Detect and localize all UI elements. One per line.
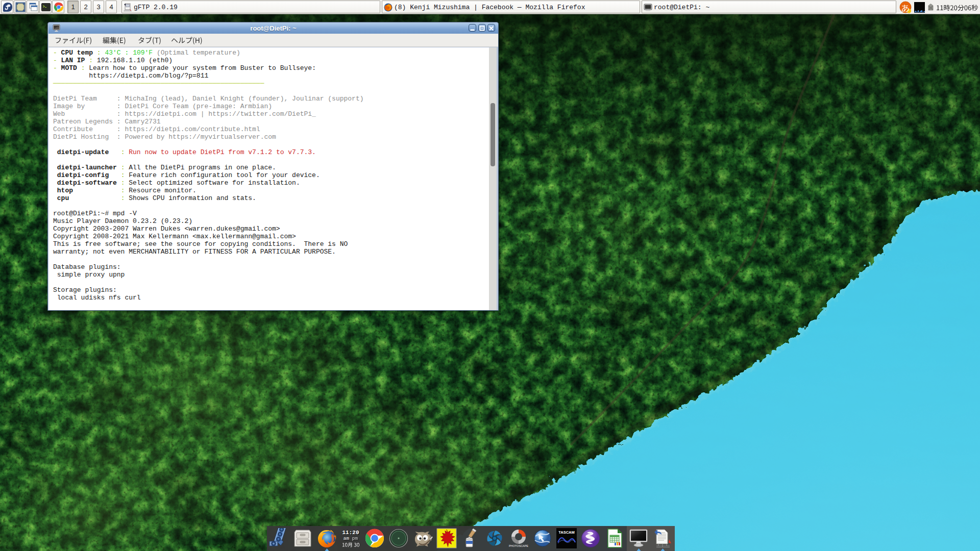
svg-text:PHOTOSCAPE: PHOTOSCAPE (509, 544, 528, 547)
svg-text:TASCAM: TASCAM (558, 530, 575, 535)
